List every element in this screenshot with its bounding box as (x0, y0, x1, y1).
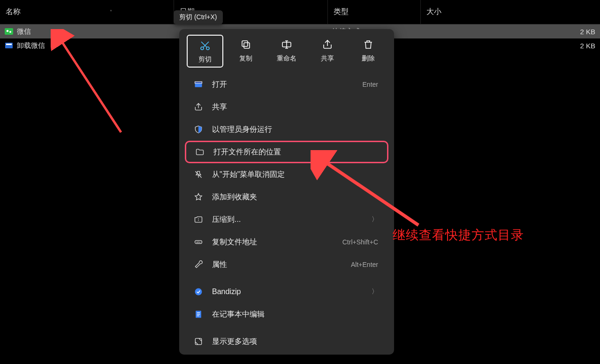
menu-run-as-admin-label: 以管理员身份运行 (212, 125, 327, 135)
file-name: 微信 (17, 27, 31, 36)
notepad-icon (193, 310, 204, 319)
file-size: 2 KB (420, 28, 600, 36)
action-cut-label: 剪切 (198, 55, 212, 64)
scissors-icon (199, 39, 211, 52)
chevron-right-icon: 〉 (372, 288, 378, 296)
more-options-icon (193, 337, 204, 346)
column-header-type-label: 类型 (334, 7, 349, 17)
wrench-icon (193, 260, 204, 269)
column-header-type[interactable]: 类型 (327, 0, 420, 24)
svg-point-1 (7, 30, 9, 32)
menu-copy-path-shortcut: Ctrl+Shift+C (336, 238, 378, 246)
menu-copy-path-label: 复制文件地址 (212, 237, 327, 247)
file-name: 卸载微信 (17, 41, 45, 50)
menu-open-label: 打开 (212, 80, 327, 90)
wechat-shortcut-icon (5, 27, 13, 36)
share-icon (193, 102, 204, 112)
svg-rect-8 (242, 41, 248, 46)
menu-open-file-location-label: 打开文件所在的位置 (213, 147, 326, 157)
shield-icon (193, 125, 204, 134)
quick-action-bar: 剪切 复制 重命名 共享 删除 (182, 34, 391, 73)
cut-tooltip: 剪切 (Ctrl+X) (174, 10, 223, 24)
action-share-label: 共享 (321, 54, 334, 63)
menu-show-more-options[interactable]: 显示更多选项 (185, 330, 388, 353)
column-header-size[interactable]: 大小 (420, 0, 600, 24)
menu-add-to-favorites-label: 添加到收藏夹 (212, 192, 327, 202)
menu-bandizip-label: Bandizip (212, 288, 363, 296)
action-rename[interactable]: 重命名 (268, 35, 305, 68)
menu-open-file-location[interactable]: 打开文件所在的位置 (185, 141, 388, 163)
column-header-name-label: 名称 (6, 7, 21, 17)
menu-notepad-edit-label: 在记事本中编辑 (212, 310, 327, 319)
svg-rect-4 (6, 44, 12, 45)
action-cut[interactable]: 剪切 (187, 35, 223, 68)
svg-point-2 (9, 31, 11, 33)
svg-rect-3 (5, 43, 13, 48)
menu-compress-to[interactable]: 压缩到... 〉 (185, 208, 388, 231)
action-copy-label: 复制 (239, 54, 252, 63)
menu-copy-path[interactable]: abc 复制文件地址 Ctrl+Shift+C (185, 231, 388, 253)
menu-unpin-start-label: 从"开始"菜单取消固定 (212, 170, 327, 180)
unpin-icon (193, 170, 204, 179)
menu-properties-label: 属性 (212, 260, 327, 270)
rename-icon (281, 38, 292, 51)
svg-point-15 (195, 288, 202, 296)
bandizip-icon (193, 287, 204, 296)
menu-run-as-admin[interactable]: 以管理员身份运行 (185, 118, 388, 141)
uninstall-shortcut-icon (5, 41, 13, 50)
menu-properties-shortcut: Alt+Enter (336, 261, 378, 268)
action-delete[interactable]: 删除 (350, 35, 387, 68)
sort-indicator-icon: ˄ (110, 9, 112, 15)
trash-icon (363, 38, 374, 51)
svg-rect-7 (244, 43, 250, 48)
menu-open[interactable]: 打开 Enter (185, 73, 388, 96)
annotation-caption: 继续查看快捷方式目录 (393, 227, 524, 243)
menu-open-shortcut: Enter (336, 81, 378, 88)
action-share[interactable]: 共享 (309, 35, 346, 68)
menu-properties[interactable]: 属性 Alt+Enter (185, 253, 388, 276)
chevron-right-icon: 〉 (372, 215, 378, 224)
action-delete-label: 删除 (362, 54, 375, 63)
svg-rect-0 (5, 28, 13, 35)
window-icon (193, 80, 204, 89)
path-icon: abc (193, 237, 204, 247)
column-headers: 名称 ˄ 日期 类型 大小 (0, 0, 600, 24)
menu-show-more-options-label: 显示更多选项 (212, 337, 327, 347)
share-icon (322, 38, 333, 51)
menu-add-to-favorites[interactable]: 添加到收藏夹 (185, 186, 388, 208)
menu-bandizip[interactable]: Bandizip 〉 (185, 281, 388, 303)
copy-icon (240, 38, 251, 51)
folder-icon (195, 147, 205, 157)
tooltip-text: 剪切 (Ctrl+X) (179, 13, 217, 21)
column-header-name[interactable]: 名称 ˄ (0, 0, 174, 24)
action-copy[interactable]: 复制 (228, 35, 264, 68)
star-icon (193, 192, 204, 202)
file-size: 2 KB (420, 42, 600, 50)
context-menu: 剪切 复制 重命名 共享 删除 打开 (179, 29, 394, 355)
menu-compress-to-label: 压缩到... (212, 215, 363, 225)
column-header-size-label: 大小 (426, 7, 441, 17)
action-rename-label: 重命名 (277, 54, 296, 63)
menu-share[interactable]: 共享 (185, 96, 388, 118)
menu-notepad-edit[interactable]: 在记事本中编辑 (185, 303, 388, 326)
menu-share-label: 共享 (212, 102, 327, 112)
menu-unpin-start[interactable]: 从"开始"菜单取消固定 (185, 163, 388, 186)
archive-icon (193, 215, 204, 224)
svg-rect-11 (195, 82, 202, 83)
svg-text:abc: abc (196, 241, 200, 243)
svg-rect-20 (195, 338, 201, 344)
